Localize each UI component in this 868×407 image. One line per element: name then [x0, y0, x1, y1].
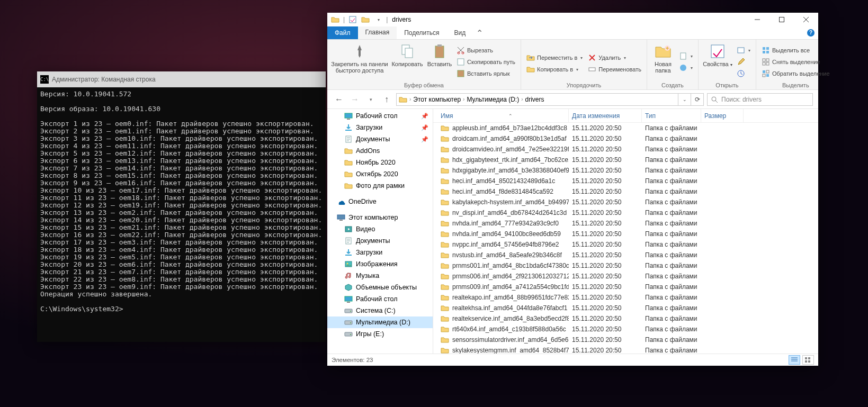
new-folder-qat-icon[interactable]: [360, 14, 371, 25]
file-name: realtekapo.inf_amd64_88b99651fdc77e82: [452, 294, 569, 301]
file-row[interactable]: hdxgigabyte.inf_amd64_b3e38368040ef91115…: [433, 165, 818, 176]
tree-item[interactable]: Видео: [327, 223, 433, 235]
properties-button[interactable]: Свойства ▾: [702, 42, 733, 82]
history-button[interactable]: [735, 68, 753, 79]
file-row[interactable]: hdx_gigabyteext_rtk.inf_amd64_7bc62ce...…: [433, 155, 818, 165]
file-row[interactable]: prnms006.inf_amd64_2f9213061203271215.11…: [433, 271, 818, 282]
column-size[interactable]: Размер: [701, 109, 744, 122]
properties-qat-icon[interactable]: [347, 14, 359, 25]
file-row[interactable]: prnms001.inf_amd64_8bc1bda6cf47380c15.11…: [433, 260, 818, 271]
cut-button[interactable]: Вырезать: [454, 45, 517, 56]
tree-item[interactable]: Изображения: [327, 258, 433, 270]
ribbon-collapse-icon[interactable]: ⌃: [473, 26, 486, 39]
tree-item-label: Система (C:): [356, 307, 396, 314]
file-row[interactable]: droidcam.inf_amd64_a990f80b13e1d5af15.11…: [433, 133, 818, 144]
tree-item[interactable]: Загрузки📌: [327, 122, 433, 133]
file-row[interactable]: skylakesystemgmm.inf_amd64_8528b4f715.11…: [433, 345, 818, 354]
copy-button[interactable]: Копировать: [390, 42, 425, 82]
tree-item[interactable]: Документы📌: [327, 133, 433, 145]
file-row[interactable]: prnms009.inf_amd64_a7412a554c9bc1fd15.11…: [433, 282, 818, 292]
details-view-button[interactable]: [789, 355, 800, 365]
help-icon[interactable]: ?: [803, 26, 818, 39]
copy-to-button[interactable]: Копировать в: [524, 64, 585, 75]
open-button[interactable]: [735, 45, 753, 56]
file-row[interactable]: sensorssimulatordriver.inf_amd64_6d5e6..…: [433, 334, 818, 345]
paste-shortcut-button[interactable]: Вставить ярлык: [454, 68, 517, 79]
tree-item[interactable]: Рабочий стол📌: [327, 110, 433, 122]
refresh-button[interactable]: ⟳: [691, 94, 703, 105]
tree-item[interactable]: Мультимедиа (D:): [327, 316, 433, 328]
svg-rect-19: [763, 51, 765, 53]
file-row[interactable]: realtekapo.inf_amd64_88b99651fdc77e8215.…: [433, 292, 818, 303]
nav-up-button[interactable]: ↑: [380, 93, 393, 106]
column-type[interactable]: Тип: [642, 109, 701, 122]
file-row[interactable]: heci.inf_amd64_85021432489d6a1c15.11.202…: [433, 176, 818, 186]
breadcrumb-item[interactable]: Этот компьютер: [411, 96, 463, 103]
tree-item[interactable]: Игры (E:): [327, 328, 433, 340]
file-row[interactable]: nvhda.inf_amd64_94100bc8eed6db5915.11.20…: [433, 229, 818, 239]
copy-path-button[interactable]: Скопировать путь: [454, 57, 517, 67]
invert-selection-button[interactable]: Обратить выделение: [759, 68, 832, 79]
column-headers[interactable]: Имя⌃ Дата изменения Тип Размер: [433, 109, 818, 123]
file-row[interactable]: droidcamvideo.inf_amd64_7e25ee32219f...1…: [433, 144, 818, 155]
tree-item[interactable]: Объемные объекты: [327, 282, 433, 293]
paste-button[interactable]: Вставить: [426, 42, 453, 82]
tree-item[interactable]: Рабочий стол: [327, 293, 433, 305]
file-row[interactable]: heci.inf_amd64_f8de8314845ca59215.11.202…: [433, 186, 818, 197]
nav-forward-button[interactable]: →: [348, 93, 361, 106]
delete-button[interactable]: Удалить: [586, 52, 643, 63]
cmd-titlebar[interactable]: C:\ Администратор: Командная строка: [37, 71, 326, 87]
cmd-output[interactable]: Версия: 10.0.19041.572 Версия образа: 10…: [37, 87, 326, 316]
tab-home[interactable]: Главная: [358, 26, 397, 39]
tab-file[interactable]: Файл: [327, 26, 358, 39]
breadcrumb-item[interactable]: drivers: [523, 96, 547, 103]
file-row[interactable]: nvhda.inf_amd64_777e9342a93c9cf015.11.20…: [433, 218, 818, 229]
new-item-button[interactable]: [677, 51, 695, 61]
edit-button[interactable]: [735, 57, 753, 67]
tab-view[interactable]: Вид: [446, 26, 473, 39]
maximize-button[interactable]: [769, 13, 794, 26]
tree-item[interactable]: Загрузки: [327, 247, 433, 258]
tab-share[interactable]: Поделиться: [397, 26, 446, 39]
file-row[interactable]: kabylakepch-hsystem.inf_amd64_b94997...1…: [433, 197, 818, 207]
select-all-button[interactable]: Выделить все: [759, 45, 832, 56]
nav-back-button[interactable]: ←: [333, 93, 345, 106]
tree-item[interactable]: Ноябрь 2020: [327, 157, 433, 168]
easy-access-button[interactable]: [677, 62, 695, 73]
file-row[interactable]: nv_dispi.inf_amd64_db678424d2641c3d15.11…: [433, 207, 818, 218]
file-row[interactable]: realtekhsa.inf_amd64_044fda8e76fabcf115.…: [433, 303, 818, 313]
tree-item[interactable]: OneDrive: [327, 196, 433, 207]
address-dropdown-icon[interactable]: ⌄: [678, 94, 691, 105]
tree-item[interactable]: Этот компьютер: [327, 212, 433, 223]
file-row[interactable]: realtekservice.inf_amd64_8a3ebd5ecd2f8..…: [433, 313, 818, 324]
navigation-tree[interactable]: Рабочий стол📌Загрузки📌Документы📌AddOnsНо…: [327, 109, 433, 354]
file-row[interactable]: nvppc.inf_amd64_57456e94fb8796e215.11.20…: [433, 239, 818, 250]
file-row[interactable]: rt640x64.inf_amd64_c193b8f588d0a56c15.11…: [433, 324, 818, 334]
select-none-button[interactable]: Снять выделение: [759, 57, 832, 67]
column-name[interactable]: Имя⌃: [437, 109, 569, 122]
close-button[interactable]: [794, 13, 818, 26]
file-rows[interactable]: appleusb.inf_amd64_b73ae12bc4ddf3c815.11…: [433, 123, 818, 354]
address-bar[interactable]: › Этот компьютер› Мультимедиа (D:)› driv…: [396, 93, 704, 106]
file-row[interactable]: appleusb.inf_amd64_b73ae12bc4ddf3c815.11…: [433, 123, 818, 133]
tree-item[interactable]: Система (C:): [327, 305, 433, 316]
file-date: 15.11.2020 20:50: [569, 124, 642, 132]
tree-item[interactable]: AddOns: [327, 145, 433, 157]
search-input[interactable]: Поиск: drivers: [707, 93, 813, 106]
file-row[interactable]: nvstusb.inf_amd64_8a5eafe29b346c8f15.11.…: [433, 250, 818, 260]
tree-item[interactable]: Музыка: [327, 270, 433, 282]
minimize-button[interactable]: [745, 13, 769, 26]
column-date[interactable]: Дата изменения: [569, 109, 642, 122]
pin-to-quickaccess-button[interactable]: Закрепить на панели быстрого доступа: [330, 42, 389, 82]
rename-button[interactable]: Переименовать: [586, 64, 643, 75]
explorer-titlebar[interactable]: | | drivers: [327, 13, 818, 26]
tree-item[interactable]: Фото для рамки: [327, 180, 433, 192]
tree-item[interactable]: Октябрь 2020: [327, 168, 433, 180]
qat-dropdown-icon[interactable]: [372, 14, 384, 25]
nav-recent-dropdown[interactable]: ▾: [364, 93, 377, 106]
move-to-button[interactable]: Переместить в: [524, 52, 585, 63]
breadcrumb-item[interactable]: Мультимедиа (D:): [464, 96, 521, 103]
tree-item[interactable]: Документы: [327, 235, 433, 247]
icons-view-button[interactable]: [802, 355, 814, 365]
new-folder-button[interactable]: Новая папка: [650, 42, 676, 82]
